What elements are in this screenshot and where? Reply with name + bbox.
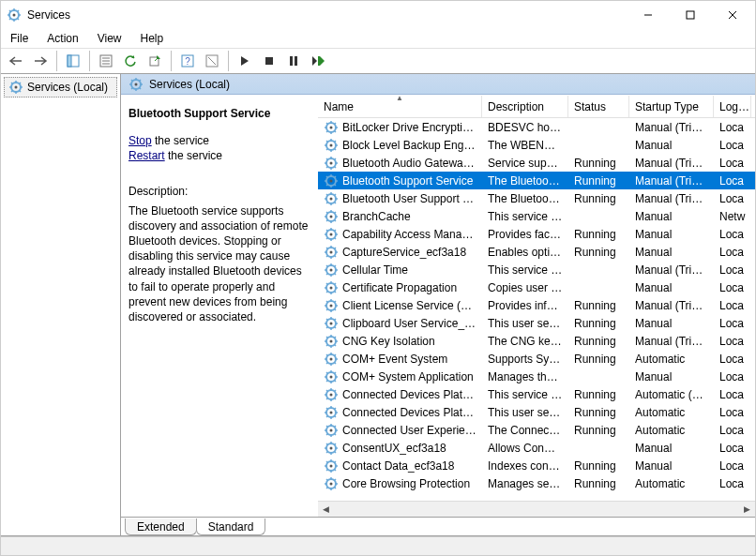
service-row[interactable]: BranchCacheThis service …ManualNetw — [318, 207, 755, 225]
service-status: Running — [568, 388, 629, 401]
svg-rect-27 — [295, 56, 297, 66]
stop-service-link[interactable]: Stop — [129, 134, 152, 147]
service-row[interactable]: Block Level Backup Engine …The WBENG…Man… — [318, 136, 755, 154]
service-row[interactable]: Connected User Experience…The Connec…Run… — [318, 421, 755, 439]
menu-file[interactable]: File — [8, 30, 30, 47]
service-name: CNG Key Isolation — [342, 335, 435, 348]
minimize-button[interactable] — [627, 2, 669, 28]
service-description: Provides fac… — [482, 228, 568, 241]
service-description: Allows Con… — [482, 442, 568, 455]
tab-standard[interactable]: Standard — [196, 518, 266, 535]
service-description: The CNG ke… — [482, 335, 568, 348]
svg-text:?: ? — [185, 56, 190, 67]
service-logon: Loca — [714, 406, 751, 419]
service-description: Manages th… — [482, 370, 568, 383]
stop-service-button[interactable] — [258, 50, 280, 72]
scroll-right-button[interactable]: ▶ — [739, 502, 755, 518]
service-row[interactable]: CNG Key IsolationThe CNG ke…RunningManua… — [318, 332, 755, 350]
properties-button[interactable] — [95, 50, 117, 72]
service-name: Connected Devices Platfor… — [342, 388, 476, 401]
service-name: ConsentUX_ecf3a18 — [342, 442, 446, 455]
service-row[interactable]: CaptureService_ecf3a18Enables opti…Runni… — [318, 243, 755, 261]
tree-item-services-local[interactable]: Services (Local) — [4, 77, 117, 98]
horizontal-scrollbar[interactable]: ◀ ▶ — [318, 501, 755, 517]
service-row[interactable]: Client License Service (ClipS…Provides i… — [318, 296, 755, 314]
toolbar-unknown-icon[interactable] — [201, 50, 223, 72]
service-description: Provides inf… — [482, 299, 568, 312]
service-row[interactable]: Core Browsing ProtectionManages se…Runni… — [318, 474, 755, 492]
refresh-button[interactable] — [119, 50, 142, 72]
service-logon: Loca — [714, 477, 751, 490]
service-list: Name ▲ Description Status Startup Type L… — [318, 96, 755, 517]
menu-help[interactable]: Help — [139, 30, 166, 47]
column-header-name[interactable]: Name ▲ — [318, 96, 482, 117]
tree-pane: Services (Local) — [1, 74, 121, 535]
service-row[interactable]: COM+ System ApplicationManages th…Manual… — [318, 368, 755, 385]
restart-service-link[interactable]: Restart — [129, 149, 165, 162]
service-row[interactable]: BitLocker Drive Encryption …BDESVC hos…M… — [318, 118, 755, 136]
service-status: Running — [568, 477, 629, 490]
content-header-text: Services (Local) — [149, 78, 230, 91]
tab-extended[interactable]: Extended — [125, 518, 197, 535]
service-logon: Loca — [714, 174, 751, 188]
service-status: Running — [568, 406, 629, 419]
back-button[interactable] — [5, 50, 27, 72]
service-logon: Loca — [714, 246, 751, 259]
service-row[interactable]: Capability Access Manager …Provides fac…… — [318, 225, 755, 243]
service-row[interactable]: Bluetooth Support ServiceThe Bluetoo…Run… — [318, 172, 755, 189]
service-name: Bluetooth User Support Ser… — [342, 192, 476, 205]
service-row[interactable]: Contact Data_ecf3a18Indexes con…RunningM… — [318, 457, 755, 474]
service-row[interactable]: Bluetooth User Support Ser…The Bluetoo…R… — [318, 189, 755, 207]
toolbar: ? — [1, 48, 755, 74]
column-header-label: Name — [324, 100, 354, 113]
column-header-startup-type[interactable]: Startup Type — [629, 96, 714, 117]
service-row[interactable]: COM+ Event SystemSupports Sy…RunningAuto… — [318, 350, 755, 368]
maximize-button[interactable] — [669, 2, 711, 28]
column-header-logon[interactable]: Log… — [714, 96, 751, 117]
column-header-description[interactable]: Description — [482, 96, 568, 117]
column-header-status[interactable]: Status — [568, 96, 629, 117]
service-description: Indexes con… — [482, 459, 568, 473]
toolbar-separator — [171, 51, 172, 71]
export-list-button[interactable] — [144, 50, 166, 72]
service-description: The Bluetoo… — [482, 192, 568, 205]
pause-service-button[interactable] — [282, 50, 305, 72]
list-header: Name ▲ Description Status Startup Type L… — [318, 96, 755, 118]
menu-action[interactable]: Action — [45, 30, 80, 47]
service-description: Enables opti… — [482, 246, 568, 259]
service-row[interactable]: Certificate PropagationCopies user …Manu… — [318, 278, 755, 296]
service-startup-type: Manual (Trig… — [629, 335, 714, 348]
service-row[interactable]: Connected Devices Platfor…This user ser…… — [318, 403, 755, 421]
tree-item-label: Services (Local) — [27, 81, 108, 94]
help-button[interactable]: ? — [176, 50, 199, 72]
gear-icon — [324, 423, 339, 438]
gear-icon — [8, 80, 23, 95]
service-logon: Loca — [714, 388, 751, 401]
menu-view[interactable]: View — [96, 30, 124, 47]
scroll-left-button[interactable]: ◀ — [318, 502, 334, 518]
service-row[interactable]: ConsentUX_ecf3a18Allows Con…ManualLoca — [318, 439, 755, 457]
service-logon: Netw — [714, 210, 751, 223]
service-description: Copies user … — [482, 281, 568, 294]
service-row[interactable]: Connected Devices Platfor…This service …… — [318, 385, 755, 403]
restart-service-button[interactable] — [307, 50, 329, 72]
start-service-button[interactable] — [234, 50, 256, 72]
show-hide-tree-button[interactable] — [62, 50, 84, 72]
service-description: This service … — [482, 388, 568, 401]
service-row[interactable]: Cellular TimeThis service …Manual (Trig…… — [318, 261, 755, 278]
service-status: Running — [568, 228, 629, 241]
close-button[interactable] — [711, 2, 753, 28]
service-startup-type: Manual (Trig… — [629, 121, 714, 134]
service-row[interactable]: Bluetooth Audio Gateway S…Service sup…Ru… — [318, 154, 755, 172]
service-name: Bluetooth Audio Gateway S… — [342, 157, 476, 170]
service-startup-type: Manual — [629, 281, 714, 294]
service-logon: Loca — [714, 263, 751, 277]
service-startup-type: Manual (Trig… — [629, 263, 714, 277]
forward-button[interactable] — [29, 50, 52, 72]
service-row[interactable]: Clipboard User Service_ecf3…This user se… — [318, 314, 755, 332]
service-detail-panel: Bluetooth Support Service Stop the servi… — [121, 96, 318, 517]
service-logon: Loca — [714, 335, 751, 348]
service-name: Connected Devices Platfor… — [342, 406, 476, 419]
service-logon: Loca — [714, 442, 751, 455]
gear-icon — [324, 280, 339, 295]
